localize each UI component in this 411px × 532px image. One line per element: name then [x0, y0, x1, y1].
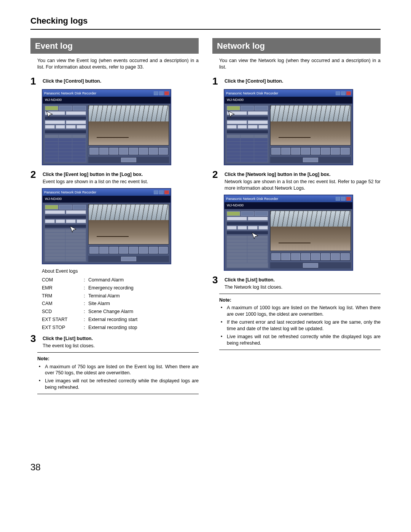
minimize-icon[interactable]: [154, 91, 158, 95]
playback-controls[interactable]: [88, 147, 169, 156]
note-item: •Live images will not be refreshed corre…: [221, 334, 381, 347]
event-log-label: [45, 225, 86, 228]
sidebar-button[interactable]: [227, 125, 237, 129]
note-item: •If the current error and last recorded …: [221, 319, 381, 332]
playback-controls[interactable]: [270, 252, 351, 261]
rec-event-label: [227, 130, 268, 133]
playback-controls[interactable]: [88, 246, 169, 255]
sidebar-button[interactable]: [248, 111, 268, 115]
definition-sep: :: [84, 324, 88, 331]
window-title: Panasonic Network Disk Recorder: [226, 197, 278, 201]
rec-event-label: [45, 130, 86, 133]
definition-key: CAM: [42, 300, 84, 307]
sidebar-button[interactable]: [66, 210, 86, 214]
event-log-header: Event log: [30, 38, 199, 54]
maximize-icon[interactable]: [159, 91, 164, 95]
step-number: 1: [212, 76, 221, 86]
setup-tab[interactable]: [73, 205, 86, 209]
close-icon[interactable]: [346, 91, 351, 95]
control-tab[interactable]: [45, 205, 58, 209]
sidebar-button[interactable]: [66, 120, 86, 124]
sidebar-button[interactable]: [45, 210, 65, 214]
sidebar-button[interactable]: [227, 217, 247, 220]
note-text: If the current error and last recorded n…: [227, 319, 381, 332]
sidebar-button[interactable]: [66, 125, 76, 129]
control-button[interactable]: [303, 263, 318, 268]
window-title: Panasonic Network Disk Recorder: [226, 91, 278, 96]
access-log-button[interactable]: [56, 219, 65, 223]
rec-event-list[interactable]: [45, 135, 86, 162]
sidebar-button[interactable]: [248, 120, 268, 124]
playback-controls[interactable]: [270, 147, 351, 156]
network-log-button[interactable]: [76, 219, 86, 223]
setup-tab[interactable]: [255, 211, 268, 216]
control-button[interactable]: [303, 158, 318, 162]
control-button[interactable]: [121, 158, 136, 162]
sidebar-button[interactable]: [56, 125, 65, 129]
network-log-header: Network log: [212, 38, 381, 54]
network-log-button[interactable]: [258, 226, 268, 230]
maximize-icon[interactable]: [159, 190, 164, 194]
close-icon[interactable]: [164, 190, 169, 194]
sidebar-button[interactable]: [248, 217, 268, 220]
definition-key: TRM: [42, 293, 84, 299]
note-text: Live images will not be refreshed correc…: [45, 378, 199, 391]
bullet-icon: •: [39, 378, 43, 391]
definition-sep: :: [84, 293, 88, 299]
cam-select-tab[interactable]: [59, 106, 72, 110]
minimize-icon[interactable]: [336, 197, 340, 201]
maximize-icon[interactable]: [341, 91, 346, 95]
definition-value: Site Alarm: [88, 300, 199, 307]
definition-row: CAM:Site Alarm: [42, 300, 199, 307]
event-log-button[interactable]: [248, 226, 258, 230]
divider: [37, 394, 199, 394]
screenshot-event-step2: Panasonic Network Disk Recorder WJ-ND400: [42, 188, 199, 264]
definition-key: EXT STOP: [42, 324, 84, 331]
setup-tab[interactable]: [255, 106, 268, 110]
definition-value: External recording start: [88, 316, 199, 323]
step-heading: Click the [Event log] button in the [Log…: [43, 169, 199, 178]
setup-tab[interactable]: [73, 106, 86, 110]
sidebar-button[interactable]: [237, 125, 247, 129]
event-log-list[interactable]: [45, 229, 86, 261]
definition-key: EMR: [42, 285, 84, 291]
close-icon[interactable]: [164, 91, 169, 95]
network-log-list[interactable]: [227, 236, 268, 268]
step-number: 1: [30, 76, 39, 86]
definition-value: Command Alarm: [88, 277, 199, 283]
step-number: 2: [212, 169, 221, 192]
access-log-button[interactable]: [237, 226, 247, 230]
event-log-button[interactable]: [66, 219, 76, 223]
step-heading: Click the [List] button.: [43, 333, 199, 342]
error-log-button[interactable]: [227, 226, 237, 230]
sidebar-button[interactable]: [248, 125, 258, 129]
sidebar-button[interactable]: [76, 125, 86, 129]
rec-event-list[interactable]: [227, 135, 268, 162]
control-tab[interactable]: [227, 211, 240, 216]
sidebar-button[interactable]: [227, 120, 247, 124]
screenshot-network-step1: Panasonic Network Disk Recorder WJ-ND400: [224, 89, 381, 165]
sidebar-button[interactable]: [258, 125, 268, 129]
cam-select-tab[interactable]: [241, 211, 254, 216]
definition-sep: :: [84, 285, 88, 291]
svg-marker-2: [228, 111, 234, 117]
control-tab[interactable]: [227, 106, 240, 110]
error-log-button[interactable]: [45, 219, 55, 223]
note-text: A maximum of 1000 logs are listed on the…: [227, 305, 381, 318]
camera-view: [88, 105, 169, 145]
sidebar-button[interactable]: [45, 125, 55, 129]
minimize-icon[interactable]: [336, 91, 340, 95]
window-title: Panasonic Network Disk Recorder: [44, 190, 96, 195]
model-label: WJ-ND400: [45, 97, 62, 103]
definition-row: EXT START:External recording start: [42, 316, 199, 323]
minimize-icon[interactable]: [154, 190, 158, 194]
cam-select-tab[interactable]: [241, 106, 254, 110]
control-tab[interactable]: [45, 106, 58, 110]
sidebar-button[interactable]: [66, 111, 86, 115]
sidebar-button[interactable]: [45, 120, 65, 124]
cam-select-tab[interactable]: [59, 205, 72, 209]
maximize-icon[interactable]: [341, 197, 346, 201]
close-icon[interactable]: [346, 197, 351, 201]
control-button[interactable]: [121, 257, 136, 261]
bullet-icon: •: [221, 305, 225, 318]
